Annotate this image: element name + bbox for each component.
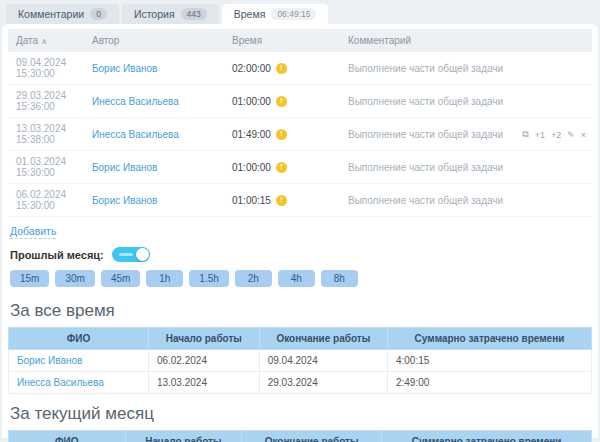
entry-date: 29.03.2024 15:36:00 — [8, 85, 84, 118]
sort-asc-icon[interactable]: ∧ — [41, 37, 47, 46]
copy-icon[interactable]: ⧉ — [522, 129, 528, 140]
plus-one-button[interactable]: +1 — [535, 129, 545, 139]
warning-icon: ! — [276, 129, 287, 140]
delete-icon[interactable]: × — [581, 129, 586, 139]
entry-comment: Выполнение части общей задачи — [340, 52, 592, 85]
entry-author-link[interactable]: Борис Иванов — [92, 63, 157, 74]
entry-author-link[interactable]: Инесса Васильева — [92, 129, 179, 140]
quick-button-8h[interactable]: 8h — [321, 270, 358, 287]
entry-date: 09.04.2024 15:30:00 — [8, 52, 84, 85]
column-header-time[interactable]: Время — [224, 29, 340, 52]
summary-header-total: Суммарно затрачено времени — [382, 431, 592, 442]
summary-start-date: 06.02.2024 — [148, 350, 259, 372]
quick-button-1-5h[interactable]: 1.5h — [189, 270, 228, 287]
summary-start-date: 13.03.2024 — [148, 372, 259, 394]
tab-comments-label: Комментарии — [18, 8, 84, 20]
warning-icon: ! — [276, 96, 287, 107]
summary-header-start: Начало работы — [148, 328, 259, 350]
quick-button-1h[interactable]: 1h — [146, 270, 183, 287]
toggle-knob — [136, 248, 149, 261]
warning-icon: ! — [276, 195, 287, 206]
table-row: 29.03.2024 15:36:00 Инесса Васильева 01:… — [8, 85, 592, 118]
entry-time: 01:00:00 — [232, 96, 271, 107]
entry-date: 06.02.2024 15:30:00 — [8, 184, 84, 217]
quick-time-buttons: 15m 30m 45m 1h 1.5h 2h 4h 8h — [8, 268, 592, 291]
quick-button-30m[interactable]: 30m — [55, 270, 94, 287]
summary-total-time: 2:49:00 — [387, 372, 591, 394]
entry-time: 01:00:00 — [232, 162, 271, 173]
entry-author-link[interactable]: Борис Иванов — [92, 195, 157, 206]
tab-time-badge: 06:49:15 — [271, 8, 316, 20]
last-month-toggle-label: Прошлый месяц: — [10, 249, 104, 261]
summary-header-end: Окончание работы — [259, 328, 387, 350]
entry-date: 13.03.2024 15:38:00 — [8, 118, 84, 151]
summary-end-date: 29.03.2024 — [259, 372, 387, 394]
toggle-on-stripe — [119, 253, 133, 256]
summary-person-link[interactable]: Борис Иванов — [17, 355, 82, 366]
summary-header-name: ФИО — [9, 328, 149, 350]
table-row: Инесса Васильева 13.03.2024 29.03.2024 2… — [9, 372, 592, 394]
table-row: 06.02.2024 15:30:00 Борис Иванов 01:00:1… — [8, 184, 592, 217]
summary-table-all-time: ФИО Начало работы Окончание работы Сумма… — [8, 327, 592, 394]
quick-button-15m[interactable]: 15m — [10, 270, 49, 287]
summary-header-total: Суммарно затрачено времени — [387, 328, 591, 350]
summary-table-current-month: ФИО Начало работы Окончание работы Сумма… — [8, 430, 592, 442]
summary-end-date: 09.04.2024 — [259, 350, 387, 372]
time-entries-table: Дата∧ Автор Время Комментарий 09.04.2024… — [8, 29, 592, 217]
entry-time: 02:00:00 — [232, 63, 271, 74]
table-row: 13.03.2024 15:38:00 Инесса Васильева 01:… — [8, 118, 592, 151]
row-actions: ⧉ +1 +2 ✎ × — [522, 129, 586, 140]
quick-button-2h[interactable]: 2h — [235, 270, 272, 287]
entry-time: 01:00:15 — [232, 195, 271, 206]
warning-icon: ! — [276, 162, 287, 173]
last-month-toggle[interactable] — [112, 247, 150, 262]
tab-comments[interactable]: Комментарии 0 — [6, 4, 119, 24]
time-panel: Дата∧ Автор Время Комментарий 09.04.2024… — [2, 24, 598, 438]
column-header-comment[interactable]: Комментарий — [340, 29, 592, 52]
edit-icon[interactable]: ✎ — [567, 129, 575, 139]
entry-time: 01:49:00 — [232, 129, 271, 140]
tab-time-label: Время — [234, 8, 266, 20]
time-table-header-row: Дата∧ Автор Время Комментарий — [8, 29, 592, 52]
tab-bar: Комментарии 0 История 443 Время 06:49:15 — [0, 0, 600, 24]
tab-time[interactable]: Время 06:49:15 — [222, 4, 329, 24]
column-header-author[interactable]: Автор — [84, 29, 224, 52]
summary-header-end: Окончание работы — [242, 431, 382, 442]
warning-icon: ! — [276, 63, 287, 74]
entry-comment: Выполнение части общей задачи — [340, 151, 592, 184]
summary-person-link[interactable]: Инесса Васильева — [17, 377, 104, 388]
entry-date: 01.03.2024 15:30:00 — [8, 151, 84, 184]
tab-history-label: История — [134, 8, 175, 20]
entry-author-link[interactable]: Инесса Васильева — [92, 96, 179, 107]
quick-button-45m[interactable]: 45m — [101, 270, 140, 287]
section-title-current-month: За текущий месяц — [10, 404, 590, 424]
entry-comment: Выполнение части общей задачи — [340, 184, 592, 217]
entry-comment: Выполнение части общей задачи — [348, 129, 503, 140]
add-time-entry-link[interactable]: Добавить — [10, 225, 56, 239]
summary-total-time: 4:00:15 — [387, 350, 591, 372]
entry-author-link[interactable]: Борис Иванов — [92, 162, 157, 173]
table-row: 09.04.2024 15:30:00 Борис Иванов 02:00:0… — [8, 52, 592, 85]
tab-history-badge: 443 — [181, 8, 207, 20]
plus-two-button[interactable]: +2 — [551, 129, 561, 139]
section-title-all-time: За все время — [10, 301, 590, 321]
summary-header-name: ФИО — [9, 431, 126, 442]
table-row: Борис Иванов 06.02.2024 09.04.2024 4:00:… — [9, 350, 592, 372]
summary-header-start: Начало работы — [125, 431, 242, 442]
entry-comment: Выполнение части общей задачи — [340, 85, 592, 118]
tab-history[interactable]: История 443 — [122, 4, 219, 24]
tab-comments-badge: 0 — [90, 8, 107, 20]
table-row: 01.03.2024 15:30:00 Борис Иванов 01:00:0… — [8, 151, 592, 184]
column-header-date[interactable]: Дата∧ — [8, 29, 84, 52]
quick-button-4h[interactable]: 4h — [278, 270, 315, 287]
